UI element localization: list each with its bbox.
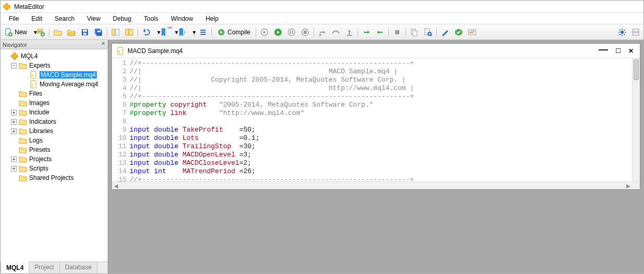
close-button[interactable]: ✕ — [628, 47, 634, 55]
tree-item-label: Moving Average.mq4 — [40, 81, 98, 88]
tree-item-label: Include — [29, 109, 49, 116]
maximize-button[interactable]: ☐ — [615, 47, 621, 55]
nav-tab-database[interactable]: Database — [60, 262, 97, 273]
dropdown-icon[interactable]: ▾ — [192, 26, 196, 38]
step-in-green-button[interactable] — [360, 26, 373, 38]
tree-item-images[interactable]: Images — [2, 98, 107, 108]
tree-item-logs[interactable]: Logs — [2, 136, 107, 145]
scroll-left-icon[interactable]: ◀ — [112, 182, 120, 190]
folder-icon: 4 — [29, 80, 37, 88]
tree-expander-icon[interactable]: + — [11, 156, 17, 162]
folder-icon — [10, 52, 19, 60]
menu-window[interactable]: Window — [165, 14, 199, 23]
debug-stop-button[interactable] — [298, 26, 312, 38]
svg-marker-36 — [11, 53, 18, 60]
open-button[interactable] — [51, 26, 65, 38]
document-window: 4 MACD Sample.mq4 — ☐ ✕ 1234567891011121… — [111, 43, 640, 190]
compile-button[interactable]: Compile — [213, 26, 254, 38]
debug-pause-button[interactable] — [285, 26, 298, 38]
window-arrange-button[interactable] — [629, 26, 642, 38]
styler-button[interactable] — [438, 26, 452, 38]
step-over-button[interactable] — [329, 26, 343, 38]
svg-rect-23 — [304, 31, 307, 34]
search-doc-button[interactable] — [421, 26, 435, 38]
tree-item-label: Presets — [29, 146, 50, 153]
copy-button[interactable] — [408, 26, 421, 38]
tree-item-projects[interactable]: +Projects — [2, 154, 107, 164]
list-button[interactable] — [196, 26, 210, 38]
tree-expander-icon[interactable]: + — [11, 128, 17, 134]
settings-button[interactable] — [615, 26, 629, 38]
tree-item-libraries[interactable]: +Libraries — [2, 126, 107, 136]
nav-panel-button[interactable] — [109, 26, 122, 38]
navigator-close-button[interactable]: ✕ — [99, 41, 107, 46]
svg-text:4: 4 — [31, 83, 33, 87]
dual-panel-button[interactable] — [122, 26, 136, 38]
step-out-button[interactable] — [343, 26, 356, 38]
open2-button[interactable] — [65, 26, 78, 38]
undo-button[interactable]: ▾ — [140, 26, 157, 38]
navigator-tree[interactable]: MQL4−Experts4MACD Sample.mq44Moving Aver… — [1, 49, 108, 262]
open-project-button[interactable]: proj — [34, 26, 47, 38]
tree-expander-icon[interactable]: − — [11, 63, 17, 69]
tree-item-moving-average-mq4[interactable]: 4Moving Average.mq4 — [2, 80, 107, 89]
menu-edit[interactable]: Edit — [25, 14, 48, 23]
svg-marker-0 — [3, 3, 10, 10]
folder-icon — [19, 174, 27, 182]
tree-item-label: Shared Projects — [29, 174, 73, 181]
app-title: MetaEditor — [14, 3, 44, 10]
nav-tab-project[interactable]: Project — [29, 262, 59, 273]
tree-item-presets[interactable]: Presets — [2, 145, 107, 154]
save-all-button[interactable] — [92, 26, 105, 38]
scroll-thumb[interactable] — [634, 59, 639, 80]
nav-tab-mql4[interactable]: MQL4 — [1, 262, 29, 273]
folder-icon — [19, 108, 27, 116]
menu-file[interactable]: File — [3, 14, 25, 23]
horizontal-scrollbar[interactable]: ◀ ▶ — [112, 181, 640, 189]
menu-view[interactable]: View — [81, 14, 107, 23]
save-button[interactable] — [78, 26, 92, 38]
bookmark-toggle-button[interactable]: var ▾ — [157, 26, 175, 38]
tree-item-experts[interactable]: −Experts — [2, 61, 107, 70]
tree-item-shared-projects[interactable]: Shared Projects — [2, 173, 107, 182]
navigator-panel: Navigator ✕ MQL4−Experts4MACD Sample.mq4… — [1, 40, 108, 273]
svg-rect-20 — [290, 31, 291, 34]
chart-button[interactable] — [465, 26, 479, 38]
new-button[interactable]: New ▾ — [2, 26, 34, 38]
verify-button[interactable] — [452, 26, 465, 38]
tree-item-indicators[interactable]: +Indicators — [2, 117, 107, 126]
breakpoint-toggle-button[interactable] — [390, 26, 404, 38]
menu-help[interactable]: Help — [199, 14, 225, 23]
tree-item-include[interactable]: +Include — [2, 108, 107, 117]
code-editor[interactable]: //+-------------------------------------… — [130, 58, 632, 181]
menu-debug[interactable]: Debug — [107, 14, 137, 23]
tree-expander-icon[interactable]: + — [11, 110, 17, 115]
bookmark-prev-button[interactable]: ▾ — [175, 26, 193, 38]
tree-item-label: Scripts — [29, 165, 48, 172]
svg-rect-11 — [97, 31, 101, 32]
tree-expander-icon[interactable]: + — [11, 166, 17, 172]
minimize-button[interactable]: — — [599, 47, 608, 55]
line-gutter: 12345678910111213141516 — [112, 58, 130, 181]
step-into-button[interactable] — [315, 26, 329, 38]
debug-start-button[interactable] — [271, 26, 285, 38]
scroll-right-icon[interactable]: ▶ — [624, 182, 632, 190]
menu-tools[interactable]: Tools — [137, 14, 165, 23]
tree-root[interactable]: MQL4 — [2, 51, 107, 61]
tree-item-label: Indicators — [29, 118, 56, 125]
tree-item-files[interactable]: Files — [2, 89, 107, 98]
svg-rect-29 — [425, 29, 430, 35]
tree-item-label: Projects — [29, 155, 52, 163]
step-out-green-button[interactable] — [373, 26, 387, 38]
debug-start-gray-button[interactable] — [258, 26, 271, 38]
tree-expander-icon[interactable]: + — [11, 119, 17, 125]
tree-item-label: Libraries — [29, 127, 53, 135]
folder-icon — [19, 155, 27, 163]
vertical-scrollbar[interactable] — [632, 58, 640, 181]
tree-item-macd-sample-mq4[interactable]: 4MACD Sample.mq4 — [2, 70, 107, 80]
folder-icon — [19, 89, 27, 98]
tree-item-label: MACD Sample.mq4 — [40, 71, 97, 79]
svg-point-24 — [319, 34, 321, 36]
tree-item-scripts[interactable]: +Scripts — [2, 164, 107, 173]
menu-search[interactable]: Search — [48, 14, 81, 23]
